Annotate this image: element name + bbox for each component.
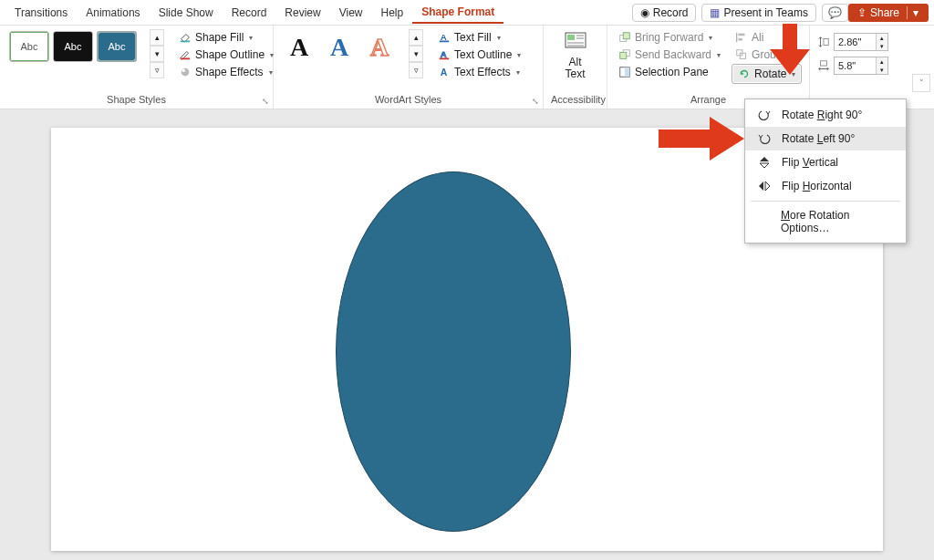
style-thumb-3[interactable]: Abc bbox=[97, 31, 137, 62]
width-icon bbox=[817, 59, 830, 72]
collapse-ribbon-button[interactable]: ˅ bbox=[912, 74, 930, 92]
style-thumb-2[interactable]: Abc bbox=[53, 31, 93, 62]
send-backward-button[interactable]: Send Backward▾ bbox=[615, 47, 724, 63]
tab-slide-show[interactable]: Slide Show bbox=[150, 3, 223, 23]
share-label: Share bbox=[870, 6, 899, 19]
caret-icon: ▾ bbox=[497, 34, 501, 42]
svg-text:A: A bbox=[441, 67, 448, 78]
tab-view[interactable]: View bbox=[330, 3, 372, 23]
text-fill-button[interactable]: A Text Fill▾ bbox=[434, 29, 524, 46]
shape-fill-icon bbox=[179, 31, 192, 44]
gallery-up-icon[interactable]: ▴ bbox=[150, 29, 164, 46]
wordart-thumb-2[interactable]: A bbox=[321, 29, 358, 66]
shape-outline-icon bbox=[179, 48, 192, 61]
menu-rotate-right-label: Rotate Right 90° bbox=[782, 109, 862, 121]
spin-down-icon[interactable]: ▾ bbox=[877, 66, 887, 74]
shape-outline-button[interactable]: Shape Outline▾ bbox=[175, 47, 277, 63]
spin-up-icon[interactable]: ▴ bbox=[877, 57, 887, 66]
caret-icon: ▾ bbox=[269, 68, 273, 77]
spin-up-icon[interactable]: ▴ bbox=[877, 34, 887, 42]
shape-effects-button[interactable]: Shape Effects▾ bbox=[175, 64, 277, 80]
svg-rect-23 bbox=[739, 38, 742, 41]
height-icon bbox=[817, 36, 830, 48]
menu-flip-horizontal-label: Flip Horizontal bbox=[782, 180, 852, 192]
tab-transitions[interactable]: Transitions bbox=[5, 3, 77, 23]
share-caret-icon[interactable]: ▾ bbox=[907, 6, 919, 19]
rotate-right-icon bbox=[756, 108, 773, 122]
wordart-launcher-icon[interactable]: ⤡ bbox=[530, 96, 541, 107]
comments-button[interactable]: 💬 bbox=[822, 4, 848, 22]
caret-icon: ▾ bbox=[516, 68, 520, 77]
selection-pane-button[interactable]: Selection Pane bbox=[615, 64, 724, 80]
alt-text-icon bbox=[563, 29, 588, 55]
svg-point-2 bbox=[182, 68, 190, 77]
tab-help[interactable]: Help bbox=[372, 3, 413, 23]
present-label: Present in Teams bbox=[723, 6, 808, 19]
bring-forward-icon bbox=[618, 31, 631, 44]
send-backward-label: Send Backward bbox=[635, 48, 711, 61]
annotation-arrow-right bbox=[659, 117, 744, 161]
share-button[interactable]: ⇪ Share ▾ bbox=[848, 4, 929, 22]
svg-rect-0 bbox=[181, 41, 191, 43]
bring-forward-button[interactable]: Bring Forward▾ bbox=[615, 29, 724, 46]
text-effects-icon: A bbox=[438, 66, 451, 78]
oval-shape[interactable] bbox=[336, 171, 571, 532]
menu-rotate-left-label: Rotate Left 90° bbox=[782, 132, 855, 145]
menu-separator bbox=[751, 201, 900, 202]
group-icon bbox=[735, 48, 748, 61]
gallery-more-icon[interactable]: ▿ bbox=[409, 62, 423, 78]
menu-flip-horizontal[interactable]: Flip Horizontal bbox=[745, 174, 906, 198]
menu-more-rotation-label: More Rotation Options… bbox=[781, 209, 895, 234]
group-shape-styles: Abc Abc Abc ▴ ▾ ▿ Shape Fill▾ Shape Outl… bbox=[0, 26, 274, 109]
wordart-thumb-3[interactable]: A bbox=[361, 29, 398, 66]
menu-flip-vertical[interactable]: Flip Vertical bbox=[745, 150, 906, 174]
caret-icon: ▾ bbox=[717, 51, 721, 59]
shape-style-gallery[interactable]: Abc Abc Abc bbox=[7, 29, 139, 64]
menu-rotate-right[interactable]: Rotate Right 90° bbox=[745, 103, 906, 127]
gallery-down-icon[interactable]: ▾ bbox=[150, 46, 164, 62]
svg-rect-20 bbox=[625, 67, 629, 78]
spin-down-icon[interactable]: ▾ bbox=[877, 42, 887, 50]
teams-icon: ▦ bbox=[710, 6, 720, 19]
rotate-icon bbox=[738, 67, 751, 80]
shape-height-input[interactable]: 2.86" ▴▾ bbox=[834, 33, 888, 51]
svg-rect-16 bbox=[623, 33, 629, 39]
annotation-arrow-down bbox=[770, 24, 810, 75]
group-accessibility: Alt Text Accessibility bbox=[544, 26, 607, 109]
flip-vertical-icon bbox=[756, 155, 773, 170]
text-outline-icon: A bbox=[438, 48, 451, 61]
top-tabs-bar: Transitions Animations Slide Show Record… bbox=[0, 0, 934, 26]
text-effects-button[interactable]: A Text Effects▾ bbox=[434, 64, 524, 80]
menu-more-rotation[interactable]: More Rotation Options… bbox=[745, 204, 906, 239]
shape-fill-button[interactable]: Shape Fill▾ bbox=[175, 29, 277, 46]
gallery-up-icon[interactable]: ▴ bbox=[409, 29, 423, 46]
svg-rect-18 bbox=[620, 52, 627, 58]
text-outline-button[interactable]: A Text Outline▾ bbox=[434, 47, 524, 63]
svg-rect-27 bbox=[824, 39, 828, 46]
align-icon bbox=[735, 31, 748, 44]
record-button[interactable]: ◉ Record bbox=[632, 4, 697, 22]
shape-width-input[interactable]: 5.8" ▴▾ bbox=[834, 57, 888, 75]
svg-point-3 bbox=[182, 69, 186, 73]
selection-pane-label: Selection Pane bbox=[635, 66, 709, 78]
tab-record[interactable]: Record bbox=[223, 3, 276, 23]
tab-shape-format[interactable]: Shape Format bbox=[412, 2, 503, 24]
gallery-more-icon[interactable]: ▿ bbox=[150, 62, 164, 78]
present-in-teams-button[interactable]: ▦ Present in Teams bbox=[701, 4, 816, 22]
group-label-accessibility: Accessibility bbox=[551, 92, 599, 107]
share-icon: ⇪ bbox=[857, 6, 867, 19]
svg-rect-1 bbox=[181, 58, 191, 60]
gallery-down-icon[interactable]: ▾ bbox=[409, 46, 423, 62]
style-thumb-1[interactable]: Abc bbox=[9, 31, 49, 62]
tab-review[interactable]: Review bbox=[275, 3, 329, 23]
text-outline-label: Text Outline bbox=[454, 48, 512, 61]
menu-rotate-left[interactable]: Rotate Left 90° bbox=[745, 127, 906, 150]
wordart-thumb-1[interactable]: A bbox=[281, 29, 317, 66]
alt-text-button[interactable]: Alt Text bbox=[552, 29, 599, 80]
tab-animations[interactable]: Animations bbox=[77, 3, 149, 23]
wordart-gallery[interactable]: A A A bbox=[281, 29, 398, 66]
flip-horizontal-icon bbox=[756, 179, 773, 193]
shape-styles-launcher-icon[interactable]: ⤡ bbox=[260, 96, 271, 107]
shape-height-row: 2.86" ▴▾ bbox=[817, 33, 888, 51]
svg-rect-29 bbox=[821, 61, 827, 66]
